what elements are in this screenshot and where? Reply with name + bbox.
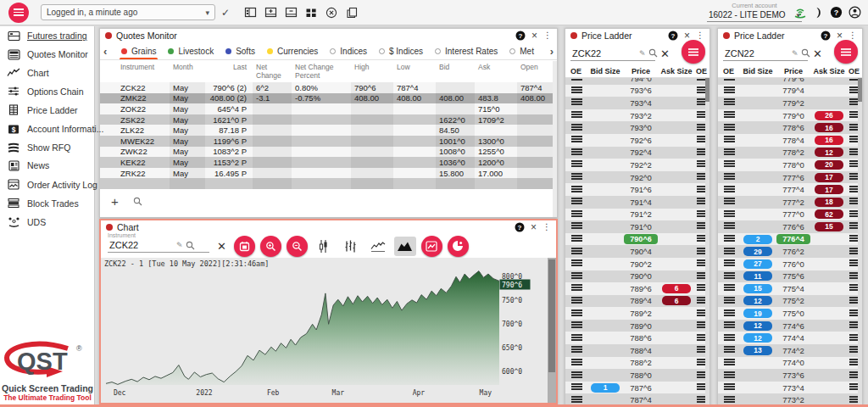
price-cell[interactable]: 793^4 [623, 97, 659, 109]
price-cell[interactable]: 776^2 [776, 245, 811, 258]
session-status-dropdown[interactable]: Logged in, a minute ago ▾ [41, 4, 215, 20]
oe-handle[interactable] [565, 209, 587, 221]
bid-size-cell[interactable] [740, 357, 776, 370]
price-cell[interactable]: 791^0 [623, 220, 659, 233]
oe-handle[interactable] [565, 97, 587, 109]
sidebar-item-futures-trading[interactable]: Futures trading [0, 26, 94, 45]
price-cell[interactable]: 792^6 [623, 134, 659, 147]
ask-size-cell[interactable] [659, 78, 694, 85]
bid-size-cell[interactable]: 19 [740, 307, 776, 320]
column-header[interactable]: High [351, 63, 393, 71]
column-header[interactable]: Low [393, 63, 436, 71]
quote-row[interactable]: ZSK22May1621^0 P1622^01709^2 [100, 114, 557, 125]
ask-size-cell[interactable]: 62 [811, 209, 847, 221]
oe-handle[interactable] [565, 183, 587, 196]
price-cell[interactable]: 788^2 [623, 357, 659, 370]
instrument-field[interactable]: Instrument ✎ [108, 239, 209, 253]
quote-row[interactable] [100, 178, 557, 189]
dark-mode-icon[interactable] [813, 7, 824, 19]
oe-handle[interactable] [718, 233, 740, 246]
oe-handle[interactable] [565, 134, 587, 147]
ask-size-badge[interactable]: 6 [662, 296, 691, 305]
bid-size-cell[interactable] [587, 332, 623, 344]
bid-size-cell[interactable]: 29 [740, 245, 776, 258]
oe-handle[interactable] [718, 393, 740, 405]
quote-row[interactable]: ZOK22May645^4 P715^0 [100, 103, 557, 114]
ask-size-cell[interactable] [659, 357, 694, 370]
bid-size-cell[interactable] [740, 393, 776, 405]
sidebar-item-options-chain[interactable]: Options Chain [0, 82, 94, 101]
search-icon[interactable] [648, 48, 658, 58]
bid-size-badge[interactable]: 12 [743, 333, 772, 343]
ask-size-cell[interactable] [659, 159, 694, 171]
ask-size-cell[interactable] [811, 245, 847, 258]
price-cell[interactable]: 789^2 [623, 307, 659, 320]
bid-size-badge[interactable]: 1 [591, 383, 620, 393]
oe-handle[interactable] [565, 159, 587, 171]
help-icon[interactable]: ? [668, 31, 678, 41]
price-cell[interactable]: 788^4 [623, 344, 659, 357]
help-icon[interactable]: ? [515, 222, 525, 232]
ask-size-cell[interactable] [659, 147, 694, 159]
bid-size-badge[interactable]: 29 [743, 247, 772, 256]
ask-size-cell[interactable] [811, 320, 847, 332]
bid-size-cell[interactable] [587, 78, 623, 85]
zoom-in-button[interactable] [260, 236, 281, 257]
ask-size-badge[interactable]: 26 [815, 111, 843, 120]
quote-row[interactable]: MWEK22May1199^6 P1001^01300^0 [100, 136, 557, 147]
bid-size-cell[interactable] [587, 97, 623, 109]
oe-handle[interactable] [718, 171, 740, 184]
bid-size-cell[interactable] [587, 295, 623, 308]
price-cell[interactable]: 776^6 [776, 220, 811, 233]
ladder-column-header[interactable]: Bid Size [740, 67, 776, 75]
bid-size-cell[interactable] [587, 320, 623, 332]
price-cell[interactable]: 793^0 [623, 121, 659, 134]
price-cell[interactable]: 793^6 [623, 85, 659, 98]
ask-size-cell[interactable] [811, 270, 847, 283]
studies-button[interactable] [421, 236, 442, 257]
price-cell[interactable]: 787^6 [623, 382, 659, 394]
ask-size-badge[interactable]: 20 [815, 160, 843, 170]
bid-size-cell[interactable] [587, 233, 623, 246]
ask-size-cell[interactable]: 12 [811, 147, 847, 159]
oe-handle[interactable] [565, 147, 587, 159]
ask-size-cell[interactable]: 20 [811, 159, 847, 171]
workspace-icon[interactable] [243, 6, 257, 20]
ladder-column-header[interactable]: OE [565, 67, 587, 75]
bid-size-cell[interactable]: 15 [740, 282, 776, 295]
close-icon[interactable]: × [531, 31, 537, 41]
ask-size-cell[interactable] [811, 78, 847, 85]
account-selector[interactable]: Current account 16022 - LITE DEMO ▾ [707, 2, 802, 22]
oe-handle[interactable] [565, 382, 587, 394]
ask-size-cell[interactable]: 26 [811, 109, 847, 122]
column-header[interactable]: Month [170, 63, 205, 71]
ask-size-cell[interactable] [811, 393, 847, 405]
ladder-scrollbar[interactable] [858, 78, 862, 405]
ladder-column-header[interactable]: Ask Size [659, 67, 694, 75]
oe-handle[interactable] [565, 85, 587, 98]
price-cell[interactable]: 791^6 [623, 183, 659, 196]
price-cell[interactable]: 791^4 [623, 196, 659, 209]
duplicate-icon[interactable] [345, 6, 359, 20]
quote-row[interactable]: ZCK22May790^6 (2)6^20.80%790^6787^4787^4 [100, 82, 557, 93]
bid-size-badge[interactable]: 19 [743, 309, 772, 318]
oe-handle[interactable] [718, 147, 740, 159]
bid-size-badge[interactable]: 2 [743, 235, 772, 244]
oe-handle[interactable] [565, 220, 587, 233]
ask-size-cell[interactable] [659, 258, 694, 270]
layout-grid-icon[interactable] [304, 6, 318, 20]
price-cell[interactable]: 773^4 [776, 382, 811, 394]
bid-size-cell[interactable] [740, 109, 776, 122]
quote-row[interactable]: ZMK22May408.00 (2)-3.1-0.75%408.00408.00… [100, 93, 557, 104]
more-options-icon[interactable]: ⋮ [543, 31, 552, 40]
bid-size-cell[interactable] [587, 121, 623, 134]
price-cell[interactable]: 776^0 [776, 258, 811, 270]
oe-handle[interactable] [718, 307, 740, 320]
bid-size-cell[interactable]: 12 [740, 320, 776, 332]
clear-instrument-icon[interactable]: ✕ [660, 47, 670, 60]
column-header[interactable]: Open [517, 63, 553, 71]
oe-menu-button[interactable] [834, 40, 858, 64]
bid-size-cell[interactable] [740, 209, 776, 221]
bid-size-cell[interactable] [587, 171, 623, 184]
ladder-column-header[interactable]: Ask Size [811, 67, 847, 75]
